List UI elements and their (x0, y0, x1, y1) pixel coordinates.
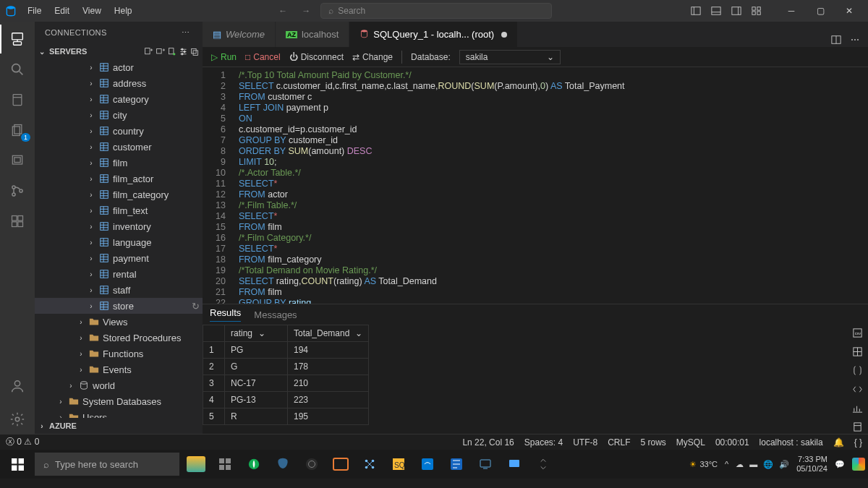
layout-panel-left-icon[interactable] (689, 4, 703, 18)
configure-icon[interactable] (178, 46, 188, 56)
servers-section-header[interactable]: ⌄ SERVERS (35, 43, 203, 59)
taskbar-app[interactable] (240, 451, 268, 477)
cell[interactable]: 178 (288, 359, 369, 375)
window-close-icon[interactable]: ✕ (835, 0, 864, 22)
status-eol[interactable]: CRLF (608, 437, 630, 448)
taskbar-app[interactable] (298, 451, 326, 477)
chevron-down-icon[interactable]: ⌄ (355, 328, 362, 338)
menu-view[interactable]: View (77, 3, 107, 19)
folder-node[interactable]: › System Databases (35, 393, 203, 409)
taskbar-app[interactable] (211, 451, 239, 477)
battery-icon[interactable]: ▬ (749, 460, 757, 468)
tray-app-icon[interactable] (852, 458, 865, 471)
menu-edit[interactable]: Edit (48, 3, 75, 19)
taskbar-app[interactable] (327, 451, 354, 477)
table-node[interactable]: › language (35, 234, 203, 250)
run-button[interactable]: ▷ Run (211, 52, 237, 62)
result-row[interactable]: 3 NC-17 210 (203, 375, 369, 392)
taskbar-app[interactable] (501, 451, 528, 477)
cell[interactable]: 210 (288, 375, 369, 392)
status-rows[interactable]: 5 rows (641, 437, 666, 448)
status-lang[interactable]: MySQL (676, 437, 705, 448)
tab-localhost[interactable]: AZ localhost (276, 22, 349, 47)
table-node[interactable]: › film_text (35, 202, 203, 218)
weather-widget[interactable]: ☀33°C (689, 460, 718, 469)
results-grid[interactable]: rating⌄ Total_Demand⌄ 1 PG 194 2 G 178 3… (203, 325, 868, 434)
tray-chevron-icon[interactable]: ^ (725, 460, 728, 468)
table-node[interactable]: › film_actor (35, 171, 203, 187)
activity-search[interactable] (0, 55, 35, 84)
folder-node[interactable]: › Events (35, 361, 203, 377)
notifications-icon[interactable]: 💬 (835, 460, 845, 469)
chart-icon[interactable] (849, 400, 865, 416)
refresh-icon[interactable]: ↻ (192, 301, 200, 312)
menu-file[interactable]: File (22, 3, 47, 19)
result-row[interactable]: 4 PG-13 223 (203, 392, 369, 408)
cell[interactable]: R (225, 408, 288, 425)
export-excel-icon[interactable] (849, 343, 865, 359)
new-group-icon[interactable] (155, 46, 165, 56)
collapse-icon[interactable] (190, 46, 200, 56)
cell[interactable]: 223 (288, 392, 369, 408)
status-spaces[interactable]: Spaces: 4 (524, 437, 563, 448)
table-node[interactable]: › inventory (35, 218, 203, 234)
activity-notebooks[interactable] (0, 85, 35, 114)
taskbar-app[interactable] (443, 451, 470, 477)
nav-forward-icon[interactable]: → (297, 2, 315, 20)
messages-tab[interactable]: Messages (254, 309, 297, 320)
table-node[interactable]: › address (35, 75, 203, 91)
cell[interactable]: 194 (288, 342, 369, 359)
status-encoding[interactable]: UTF-8 (573, 437, 597, 448)
activity-settings[interactable] (0, 405, 35, 434)
folder-node[interactable]: › Views (35, 314, 203, 330)
table-node[interactable]: › film (35, 155, 203, 171)
taskbar-app[interactable] (356, 451, 383, 477)
azure-section-header[interactable]: › AZURE (35, 418, 203, 434)
cell[interactable]: NC-17 (225, 375, 288, 392)
results-tab[interactable]: Results (210, 307, 241, 322)
activity-source-control[interactable] (0, 176, 35, 205)
table-node[interactable]: › payment (35, 250, 203, 266)
table-node[interactable]: › city (35, 107, 203, 123)
layout-panel-right-icon[interactable] (729, 4, 744, 18)
new-connection-icon[interactable] (143, 46, 153, 56)
layout-panel-bottom-icon[interactable] (709, 4, 723, 18)
activity-account[interactable] (0, 372, 35, 401)
tab-sqlquery[interactable]: SQLQuery_1 - localh... (root) (349, 22, 518, 47)
code-content[interactable]: /*.Top 10 Total Amount Paid by Customer.… (233, 67, 868, 304)
result-row[interactable]: 1 PG 194 (203, 342, 369, 359)
status-errors[interactable]: ⓧ 0 ⚠ 0 (6, 436, 39, 448)
more-icon[interactable]: ⋯ (179, 26, 192, 39)
col-header-rating[interactable]: rating⌄ (225, 325, 288, 342)
notifications-icon[interactable]: 🔔 (833, 437, 844, 448)
folder-node[interactable]: › Users (35, 409, 203, 418)
status-lncol[interactable]: Ln 22, Col 16 (462, 437, 514, 448)
result-row[interactable]: 5 R 195 (203, 408, 369, 425)
clock[interactable]: 7:33 PM 05/10/24 (796, 455, 827, 474)
table-node[interactable]: › actor (35, 59, 203, 75)
taskbar-app[interactable] (472, 451, 499, 477)
menu-help[interactable]: Help (109, 3, 138, 19)
cancel-button[interactable]: □ Cancel (245, 52, 281, 62)
cell[interactable]: 195 (288, 408, 369, 425)
col-header-total-demand[interactable]: Total_Demand⌄ (288, 325, 369, 342)
db-node[interactable]: › world (35, 377, 203, 393)
split-editor-icon[interactable] (829, 33, 843, 47)
taskbar-search-input[interactable]: ⌕ Type here to search (35, 453, 179, 476)
folder-node[interactable]: › Stored Procedures (35, 330, 203, 346)
notebook-icon[interactable] (849, 419, 865, 435)
taskbar-overflow-icon[interactable] (529, 451, 557, 477)
network-icon[interactable]: 🌐 (763, 460, 773, 469)
table-node[interactable]: › country (35, 123, 203, 139)
export-csv-icon[interactable]: csv (849, 325, 865, 341)
taskbar-app[interactable] (269, 451, 297, 477)
folder-node[interactable]: › Functions (35, 346, 203, 361)
table-node[interactable]: › rental (35, 266, 203, 282)
taskbar-app[interactable]: SQ (385, 451, 412, 477)
activity-extensions[interactable] (0, 207, 35, 236)
onedrive-icon[interactable]: ☁ (736, 460, 744, 469)
activity-explorer[interactable]: 1 (0, 116, 35, 145)
status-time[interactable]: 00:00:01 (715, 437, 749, 448)
change-button[interactable]: ⇄ Change (352, 52, 393, 62)
activity-query-history[interactable] (0, 146, 35, 175)
